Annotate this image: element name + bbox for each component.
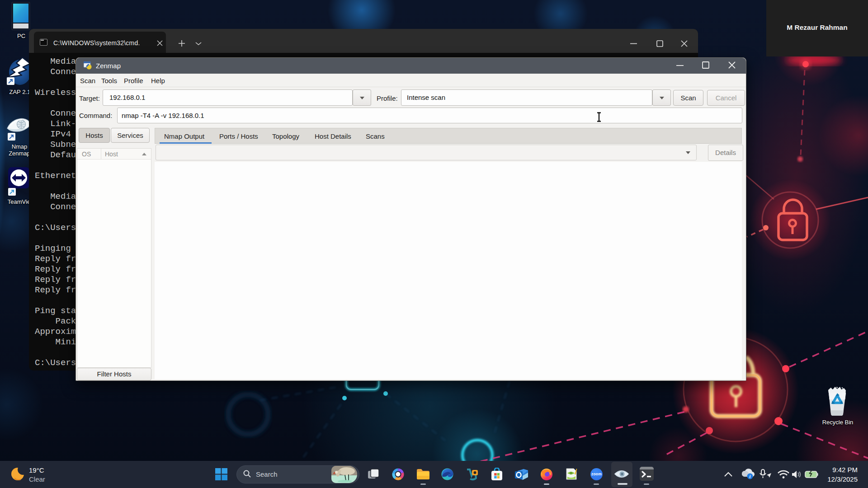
svg-text:i: i <box>750 474 751 479</box>
